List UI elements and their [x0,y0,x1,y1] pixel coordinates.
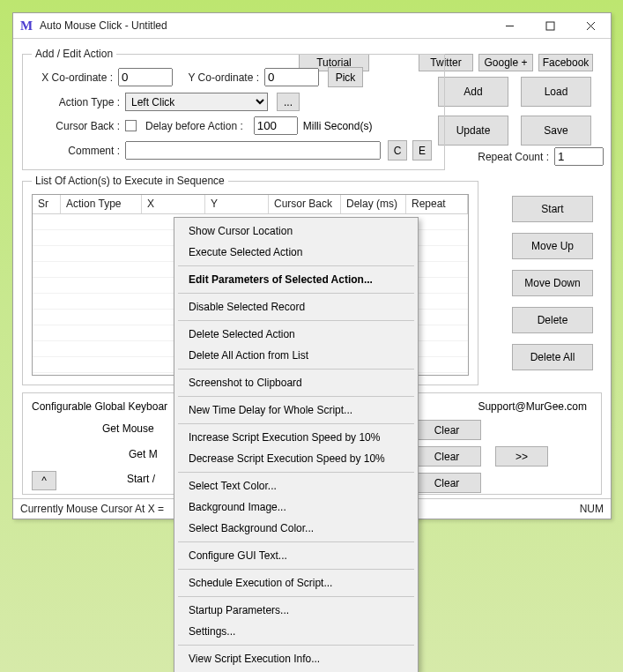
menu-select-text-color[interactable]: Select Text Color... [176,475,416,497]
app-logo-icon: M [13,19,40,34]
menu-edit-parameters[interactable]: Edit Parameters of Selected Action... [176,269,416,290]
load-button[interactable]: Load [521,77,591,107]
millis-label: Milli Second(s) [303,120,373,132]
menu-background-image[interactable]: Background Image... [176,497,416,518]
col-delay[interactable]: Delay (ms) [341,195,406,213]
action-type-more-button[interactable]: ... [277,93,300,111]
titlebar[interactable]: M Auto Mouse Click - Untitled [13,13,611,39]
get-m-label: Get M [129,448,158,460]
menu-separator [178,541,414,542]
repeat-count-input[interactable] [554,147,604,166]
list-side-buttons: Start Move Up Move Down Delete Delete Al… [512,196,593,370]
menu-select-bg-color[interactable]: Select Background Color... [176,518,416,539]
menu-separator [178,645,414,646]
move-up-button[interactable]: Move Up [512,233,593,259]
window-title: Auto Mouse Click - Untitled [40,19,489,32]
menu-screenshot-clipboard[interactable]: Screenshot to Clipboard [176,372,416,393]
context-menu[interactable]: Show Cursor Location Execute Selected Ac… [174,217,419,672]
delete-all-button[interactable]: Delete All [512,344,593,370]
ycoord-input[interactable] [264,68,319,86]
menu-delete-selected-action[interactable]: Delete Selected Action [176,324,416,345]
status-left: Currently Mouse Cursor At X = [20,503,164,515]
menu-separator [178,265,414,266]
get-mouse-label: Get Mouse [102,422,154,435]
menu-separator [178,320,414,321]
menu-startup-parameters[interactable]: Startup Parameters... [176,600,416,621]
clear-button-2[interactable]: Clear [412,446,481,467]
start-s-label: Start / [127,473,155,485]
ycoord-label: Y Co-ordinate : [178,71,259,84]
menu-view-script-info[interactable]: View Script Execution Info... [176,648,416,669]
menu-delete-all-actions[interactable]: Delete All Action from List [176,345,416,366]
delay-label: Delay before Action : [145,120,243,132]
save-button[interactable]: Save [521,116,591,146]
support-label: Support@MurGee.com [478,400,587,413]
menu-new-time-delay[interactable]: New Time Delay for Whole Script... [176,399,416,421]
menu-separator [178,369,414,370]
add-edit-legend: Add / Edit Action [32,48,116,60]
menu-show-cursor-location[interactable]: Show Cursor Location [176,220,416,242]
pick-button[interactable]: Pick [328,67,363,87]
cursor-back-checkbox[interactable] [125,120,137,131]
comment-input[interactable] [125,141,381,160]
xcoord-input[interactable] [118,68,173,86]
update-button[interactable]: Update [438,116,508,146]
action-type-select[interactable]: Left Click [125,93,268,111]
facebook-button[interactable]: Facebook [538,54,593,71]
c-button[interactable]: C [388,140,407,161]
menu-separator [178,396,414,397]
cursor-back-label: Cursor Back : [32,120,120,132]
table-header: Sr Action Type X Y Cursor Back Delay (ms… [33,195,468,214]
col-repeat[interactable]: Repeat [406,195,468,213]
clear-button-3[interactable]: Clear [412,473,481,493]
col-cursor-back[interactable]: Cursor Back [269,195,341,213]
menu-decrease-speed[interactable]: Decrease Script Execution Speed by 10% [176,448,416,469]
menu-schedule-execution[interactable]: Schedule Execution of Script... [176,572,416,594]
e-button[interactable]: E [412,140,432,161]
repeat-count-label: Repeat Count : [478,151,549,163]
expand-up-button[interactable]: ^ [32,471,56,490]
delay-input[interactable] [254,116,298,135]
svg-rect-1 [546,22,554,30]
action-type-label: Action Type : [32,96,120,108]
add-button[interactable]: Add [438,77,508,107]
comment-label: Comment : [32,145,120,157]
action-list-legend: List Of Action(s) to Execute in Sequence [32,175,228,187]
close-button[interactable] [570,13,611,39]
menu-execute-selected-action[interactable]: Execute Selected Action [176,242,416,263]
menu-configure-gui-text[interactable]: Configure GUI Text... [176,545,416,566]
col-action-type[interactable]: Action Type [61,195,142,213]
menu-disable-selected-record[interactable]: Disable Selected Record [176,296,416,317]
move-down-button[interactable]: Move Down [512,270,593,296]
status-right: NUM [580,503,604,515]
menu-separator [178,596,414,597]
googleplus-button[interactable]: Google + [478,54,533,71]
xcoord-label: X Co-ordinate : [32,71,113,84]
col-y[interactable]: Y [205,195,269,213]
menu-separator [178,423,414,424]
more-button[interactable]: >> [495,446,548,467]
cfg-keyboard-label: Configurable Global Keyboar [32,400,167,413]
menu-separator [178,293,414,294]
maximize-button[interactable] [530,13,570,39]
menu-increase-speed[interactable]: Increase Script Execution Speed by 10% [176,427,416,448]
add-edit-fieldset: Add / Edit Action X Co-ordinate : Y Co-o… [22,48,445,170]
col-x[interactable]: X [142,195,205,213]
minimize-button[interactable] [489,13,530,39]
clear-button-1[interactable]: Clear [412,420,481,440]
start-button[interactable]: Start [512,196,593,222]
menu-settings[interactable]: Settings... [176,621,416,642]
col-sr[interactable]: Sr [33,195,61,213]
delete-button[interactable]: Delete [512,307,593,333]
top-right-buttons: Add Update Load Save [438,77,593,146]
menu-separator [178,569,414,570]
menu-separator [178,472,414,473]
